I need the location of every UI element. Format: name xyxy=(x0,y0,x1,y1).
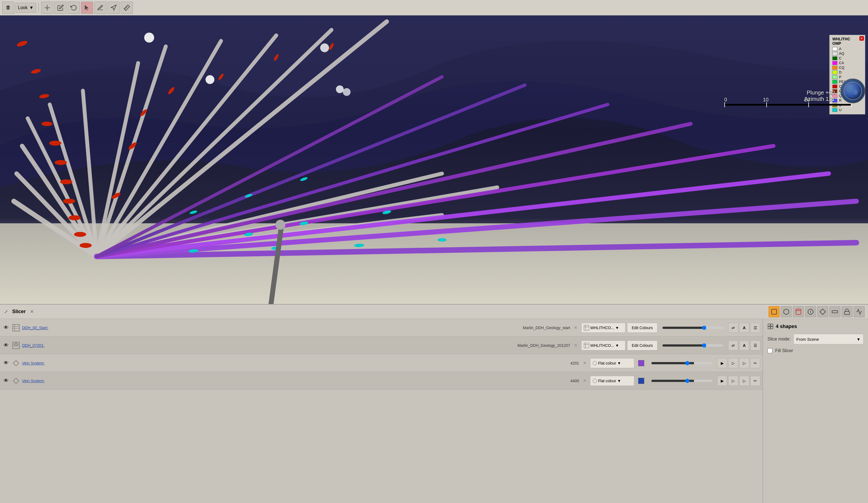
opacity-slider[interactable] xyxy=(662,327,723,329)
font-button[interactable]: A xyxy=(739,323,749,333)
rotate-button[interactable] xyxy=(68,2,80,14)
opacity-slider[interactable] xyxy=(651,380,712,382)
svg-point-27 xyxy=(60,179,72,184)
layer-name[interactable]: DDH_07201: xyxy=(22,343,516,348)
layer-name[interactable]: Vein System: xyxy=(22,379,569,383)
list-button[interactable]: ☰ xyxy=(750,323,760,333)
plunge-info: Plunge +60 xyxy=(804,90,835,96)
forward-button[interactable]: ▷ xyxy=(728,358,738,368)
dropdown-arrow: ▼ xyxy=(615,343,619,348)
torus-shape-button[interactable] xyxy=(805,306,816,317)
edit-colours-button[interactable]: Edit Colours xyxy=(627,340,658,350)
play-button[interactable]: ▶ xyxy=(717,376,727,386)
svg-point-90 xyxy=(593,379,597,383)
legend-close-button[interactable]: ✕ xyxy=(859,36,864,41)
sphere-shape-button[interactable] xyxy=(781,306,792,317)
look-dropdown[interactable]: Look ▼ xyxy=(16,3,36,13)
layer-actions: ▶ ▷ ▷ ✂ xyxy=(717,376,760,386)
layer-visibility-toggle[interactable]: 👁 xyxy=(2,377,10,385)
delete-button[interactable]: 🗑 xyxy=(2,2,14,14)
navigation-globe[interactable] xyxy=(840,79,865,103)
layer-icon xyxy=(12,377,20,385)
layer-color-dropdown[interactable]: WHLITHCO... ▼ xyxy=(581,340,626,350)
edit-colours-button[interactable]: Edit Colours xyxy=(627,323,658,333)
layer-remove-button[interactable]: ✕ xyxy=(572,324,580,332)
opacity-slider[interactable] xyxy=(651,362,712,364)
layer-name[interactable]: Vein System: xyxy=(22,361,569,366)
slicer-settings-button[interactable] xyxy=(854,306,865,317)
scale-0: 0 xyxy=(724,97,727,103)
layer-color-swatch[interactable] xyxy=(638,360,644,366)
layer-color-swatch[interactable] xyxy=(638,378,644,384)
layer-remove-button[interactable]: ✕ xyxy=(581,377,588,385)
layer-visibility-toggle[interactable]: 👁 xyxy=(2,324,10,332)
scissors-button[interactable]: ✂ xyxy=(750,358,760,368)
scissors-button[interactable]: ✂ xyxy=(750,376,760,386)
dropdown-arrow: ▼ xyxy=(615,326,619,330)
svg-point-26 xyxy=(55,160,67,165)
pen-button[interactable] xyxy=(94,2,106,14)
layer-name[interactable]: DDH_00_Start: xyxy=(22,326,521,330)
slice-mode-dropdown[interactable]: From Scene ▼ xyxy=(793,334,864,345)
font-button[interactable]: A xyxy=(739,340,749,350)
legend-label: P xyxy=(839,75,841,79)
legend-item: D xyxy=(833,70,862,74)
double-arrow-button[interactable]: ⇄ xyxy=(728,340,738,350)
svg-point-89 xyxy=(593,361,597,365)
layer-actions: ▶ ▷ ▷ ✂ xyxy=(717,358,760,368)
ruler-button[interactable] xyxy=(121,2,133,14)
dropdown-arrow: ▼ xyxy=(617,379,621,383)
fill-slicer-label: Fill Slicer xyxy=(775,348,793,353)
look-label: Look xyxy=(18,5,28,10)
right-properties-panel: 4 shapes Slice mode: From Scene ▼ Fill S… xyxy=(763,319,868,503)
diamond-shape-button[interactable] xyxy=(817,306,828,317)
select-button[interactable] xyxy=(81,2,93,14)
layer-icon xyxy=(12,359,20,368)
legend-swatch xyxy=(833,61,837,65)
fill-slicer-checkbox[interactable] xyxy=(767,348,772,353)
opacity-slider[interactable] xyxy=(662,345,723,347)
main-toolbar: 🗑 Look ▼ xyxy=(0,0,868,16)
slicer-close-button[interactable]: ✕ xyxy=(30,309,34,314)
drillhole-visualization xyxy=(0,16,868,304)
3d-viewport[interactable]: ✕ WHLITHCOMP AAQCCACQDPPEATQQCQCARSU Plu… xyxy=(0,16,868,304)
legend-label: D xyxy=(839,70,841,74)
forward-button[interactable]: ▷ xyxy=(728,376,738,386)
svg-point-56 xyxy=(300,177,308,182)
svg-point-61 xyxy=(343,88,351,96)
scale-numbers: 0 10 20 30 xyxy=(724,97,851,103)
layer-color-dropdown[interactable]: WHLITHCO... ▼ xyxy=(581,323,626,333)
svg-point-70 xyxy=(796,309,801,311)
transform-button[interactable] xyxy=(41,2,53,14)
double-arrow-button[interactable]: ⇄ xyxy=(728,323,738,333)
waypoint-button[interactable] xyxy=(107,2,120,14)
legend-item: CA xyxy=(833,61,862,65)
legend-item: AQ xyxy=(833,51,862,55)
svg-point-58 xyxy=(336,85,344,93)
slice-mode-label: Slice mode: xyxy=(767,337,790,342)
layer-remove-button[interactable]: ✕ xyxy=(572,342,580,349)
play-button[interactable]: ▶ xyxy=(717,358,727,368)
layer-color-dropdown[interactable]: Flat colour ▼ xyxy=(590,376,634,386)
legend-label: AQ xyxy=(839,51,844,55)
layer-visibility-toggle[interactable]: 👁 xyxy=(2,359,10,367)
svg-point-28 xyxy=(63,199,75,204)
layer-label: 4400 xyxy=(570,379,579,383)
svg-rect-93 xyxy=(768,327,770,329)
svg-point-25 xyxy=(49,141,61,146)
forward2-button[interactable]: ▷ xyxy=(739,376,749,386)
box-shape-button[interactable] xyxy=(768,306,779,317)
lock-button[interactable] xyxy=(841,306,852,317)
svg-marker-72 xyxy=(820,309,825,315)
edit-button[interactable] xyxy=(54,2,66,14)
shapes-count-title: 4 shapes xyxy=(767,324,864,329)
cylinder-shape-button[interactable] xyxy=(793,306,804,317)
layer-label: 4201 xyxy=(570,361,579,366)
list-button[interactable]: ☰ xyxy=(750,340,760,350)
layer-color-dropdown[interactable]: Flat colour ▼ xyxy=(590,358,634,368)
layer-visibility-toggle[interactable]: 👁 xyxy=(2,342,10,349)
svg-rect-75 xyxy=(13,325,19,331)
forward2-button[interactable]: ▷ xyxy=(739,358,749,368)
layer-remove-button[interactable]: ✕ xyxy=(581,359,588,367)
plane-shape-button[interactable] xyxy=(829,306,840,317)
